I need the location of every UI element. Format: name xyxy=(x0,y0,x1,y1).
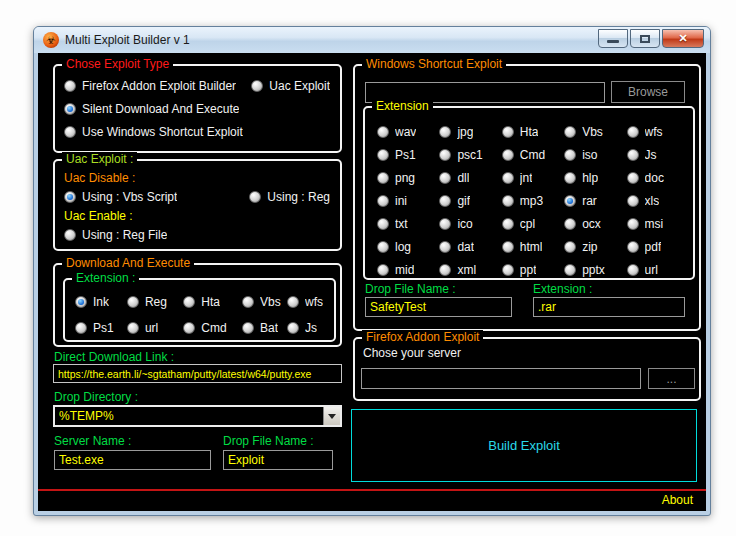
build-exploit-button[interactable]: Build Exploit xyxy=(351,409,697,482)
maximize-icon xyxy=(640,35,650,43)
shortcut-extension-radio[interactable]: psc1 xyxy=(439,148,501,162)
shortcut-extension-radio[interactable]: ppt xyxy=(502,263,564,277)
radio-icon xyxy=(439,195,451,207)
radio-label: rar xyxy=(582,194,597,208)
minimize-icon xyxy=(607,40,619,43)
radio-icon xyxy=(627,195,639,207)
direct-download-link-input[interactable] xyxy=(53,364,342,383)
browse-button[interactable]: Browse xyxy=(611,81,685,103)
dne-extension-radio[interactable]: Js xyxy=(287,321,330,335)
radio-label: cpl xyxy=(520,217,535,231)
firefox-browse-button[interactable]: ... xyxy=(648,368,695,389)
radio-silent-download-execute[interactable]: Silent Download And Execute xyxy=(64,102,330,116)
shortcut-extension-radio[interactable]: zip xyxy=(564,240,626,254)
client-area: Chose Exploit Type Firefox Addon Exploit… xyxy=(38,53,706,511)
shortcut-extension-radio[interactable]: hlp xyxy=(564,171,626,185)
dne-extension-radio[interactable]: Ps1 xyxy=(75,321,127,335)
radio-icon xyxy=(564,149,576,161)
titlebar[interactable]: ☣ Multi Exploit Builder v 1 ✕ xyxy=(34,27,710,53)
shortcut-extension-radio[interactable]: Vbs xyxy=(564,125,626,139)
shortcut-extension-radio[interactable]: Cmd xyxy=(502,148,564,162)
shortcut-extension-radio[interactable]: ocx xyxy=(564,217,626,231)
close-button[interactable]: ✕ xyxy=(662,29,704,48)
shortcut-extension-radio[interactable]: mp3 xyxy=(502,194,564,208)
radio-icon xyxy=(127,296,139,308)
dne-extension-radio[interactable]: Bat xyxy=(242,321,287,335)
footer-separator xyxy=(38,489,706,491)
shortcut-extension-radio[interactable]: gif xyxy=(439,194,501,208)
radio-icon xyxy=(75,296,87,308)
radio-using-reg-file[interactable]: Using : Reg File xyxy=(64,228,330,242)
drop-file-name-input-left[interactable] xyxy=(223,450,333,470)
shortcut-extension-radio[interactable]: ico xyxy=(439,217,501,231)
shortcut-extension-radio[interactable]: pdf xyxy=(627,240,689,254)
radio-icon xyxy=(502,241,514,253)
about-link[interactable]: About xyxy=(662,493,693,507)
radio-use-windows-shortcut[interactable]: Use Windows Shortcut Exploit xyxy=(64,125,330,139)
server-name-label: Server Name : xyxy=(54,434,131,448)
combo-dropdown-button[interactable] xyxy=(323,407,340,425)
shortcut-extension-radio[interactable]: cpl xyxy=(502,217,564,231)
shortcut-extension-radio[interactable]: xml xyxy=(439,263,501,277)
radio-using-reg[interactable]: Using : Reg xyxy=(249,190,330,204)
radio-label: Use Windows Shortcut Exploit xyxy=(82,125,243,139)
shortcut-extension-radio[interactable]: Hta xyxy=(502,125,564,139)
shortcut-extension-input[interactable] xyxy=(533,297,685,317)
dne-extension-radio[interactable]: Vbs xyxy=(242,295,287,309)
radio-icon xyxy=(377,218,389,230)
shortcut-extension-radio[interactable]: iso xyxy=(564,148,626,162)
radio-icon xyxy=(564,195,576,207)
shortcut-extension-radio[interactable]: wfs xyxy=(627,125,689,139)
radio-icon xyxy=(502,126,514,138)
radio-icon xyxy=(64,229,76,241)
radio-icon xyxy=(251,80,263,92)
minimize-button[interactable] xyxy=(598,29,628,48)
shortcut-extension-radio[interactable]: jpg xyxy=(439,125,501,139)
shortcut-extension-radio[interactable]: mid xyxy=(377,263,439,277)
radio-firefox-addon-exploit-builder[interactable]: Firefox Addon Exploit Builder xyxy=(64,79,236,93)
shortcut-extension-radio[interactable]: xls xyxy=(627,194,689,208)
shortcut-extension-radio[interactable]: txt xyxy=(377,217,439,231)
shortcut-extension-radio[interactable]: doc xyxy=(627,171,689,185)
radio-using-vbs-script[interactable]: Using : Vbs Script xyxy=(64,190,177,204)
shortcut-extension-radio[interactable]: html xyxy=(502,240,564,254)
radio-icon xyxy=(377,241,389,253)
shortcut-drop-file-name-input[interactable] xyxy=(365,297,512,317)
shortcut-extension-radio[interactable]: Js xyxy=(627,148,689,162)
dne-extension-radio[interactable]: Hta xyxy=(183,295,242,309)
shortcut-extension-radio[interactable]: png xyxy=(377,171,439,185)
radio-label: Reg xyxy=(145,295,167,309)
shortcut-extension-radio[interactable]: msi xyxy=(627,217,689,231)
group-title-shortcut-extension: Extension xyxy=(372,99,433,113)
shortcut-extension-radio[interactable]: ini xyxy=(377,194,439,208)
shortcut-extension-radio[interactable]: dll xyxy=(439,171,501,185)
drop-directory-combobox[interactable]: %TEMP% xyxy=(53,405,342,427)
dne-extension-radio[interactable]: Cmd xyxy=(183,321,242,335)
group-title-exploit-type: Chose Exploit Type xyxy=(62,57,173,71)
shortcut-extension-radio[interactable]: jnt xyxy=(502,171,564,185)
dne-extension-radio[interactable]: wfs xyxy=(287,295,330,309)
radio-icon xyxy=(627,149,639,161)
dne-extension-radio[interactable]: Reg xyxy=(127,295,183,309)
radio-label: jnt xyxy=(520,171,533,185)
maximize-button[interactable] xyxy=(630,29,660,48)
firefox-server-input[interactable] xyxy=(361,368,641,389)
dne-extension-radio[interactable]: Ink xyxy=(75,295,127,309)
shortcut-extension-radio[interactable]: url xyxy=(627,263,689,277)
dne-extension-radio[interactable]: url xyxy=(127,321,183,335)
radio-icon xyxy=(564,264,576,276)
shortcut-extension-radio[interactable]: Ps1 xyxy=(377,148,439,162)
shortcut-extension-radio[interactable]: dat xyxy=(439,240,501,254)
radio-label: mp3 xyxy=(520,194,543,208)
shortcut-extension-radio[interactable]: rar xyxy=(564,194,626,208)
radio-icon xyxy=(377,126,389,138)
radio-icon xyxy=(75,322,87,334)
radio-icon xyxy=(564,126,576,138)
shortcut-extension-radio[interactable]: pptx xyxy=(564,263,626,277)
radio-uac-exploit[interactable]: Uac Exploit xyxy=(251,79,330,93)
radio-label: wfs xyxy=(645,125,663,139)
shortcut-extension-radio[interactable]: wav xyxy=(377,125,439,139)
shortcut-extension-radio[interactable]: log xyxy=(377,240,439,254)
radio-label: Using : Vbs Script xyxy=(82,190,177,204)
server-name-input[interactable] xyxy=(54,450,211,470)
